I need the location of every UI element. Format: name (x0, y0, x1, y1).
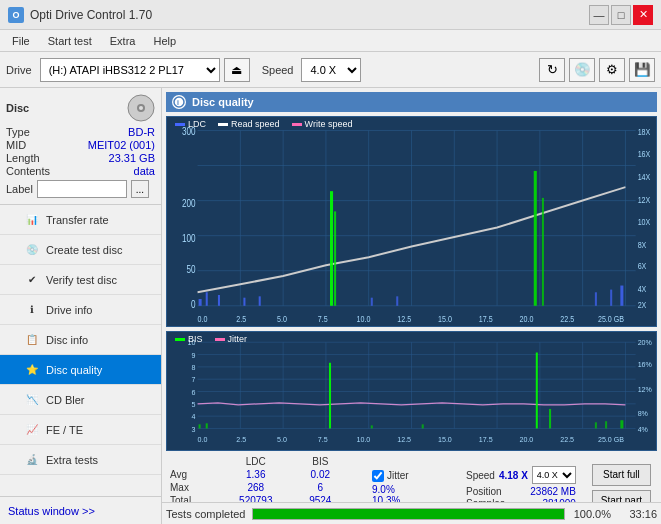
svg-text:12.5: 12.5 (397, 436, 411, 444)
svg-text:7.5: 7.5 (318, 436, 328, 444)
disc-mid-row: MID MEIT02 (001) (6, 139, 155, 151)
svg-text:2.5: 2.5 (236, 313, 246, 324)
menu-file[interactable]: File (4, 33, 38, 49)
svg-text:22.5: 22.5 (560, 436, 574, 444)
svg-rect-44 (534, 171, 537, 306)
sidebar-item-disc-info[interactable]: 📋 Disc info (0, 325, 161, 355)
minimize-button[interactable]: — (589, 5, 609, 25)
svg-rect-41 (334, 211, 336, 305)
label-browse-button[interactable]: ... (131, 180, 149, 198)
svg-text:20%: 20% (638, 339, 653, 347)
start-full-button[interactable]: Start full (592, 464, 651, 486)
sidebar-item-fe-te[interactable]: 📈 FE / TE (0, 415, 161, 445)
refresh-button[interactable]: ↻ (539, 58, 565, 82)
svg-rect-36 (206, 292, 208, 305)
type-value: BD-R (128, 126, 155, 138)
svg-rect-42 (371, 298, 373, 306)
sidebar-item-disc-quality[interactable]: ⭐ Disc quality (0, 355, 161, 385)
menu-help[interactable]: Help (145, 33, 184, 49)
speed-stat-label: Speed (466, 470, 495, 481)
sidebar-item-extra-tests[interactable]: 🔬 Extra tests (0, 445, 161, 475)
app-title: Opti Drive Control 1.70 (30, 8, 152, 22)
chart2-svg: 10 9 8 7 6 5 4 3 20% 16% 12% 8% 4% (167, 332, 656, 450)
save-button[interactable]: 💾 (629, 58, 655, 82)
disc-length-row: Length 23.31 GB (6, 152, 155, 164)
disc-section-title: Disc (6, 102, 29, 114)
svg-rect-45 (542, 198, 544, 306)
disc-quality-panel: i Disc quality LDC Read speed (162, 88, 661, 524)
max-ldc: 268 (218, 481, 293, 494)
disc-quality-icon: ⭐ (24, 362, 40, 378)
title-bar: O Opti Drive Control 1.70 — □ ✕ (0, 0, 661, 30)
length-value: 23.31 GB (109, 152, 155, 164)
verify-test-disc-label: Verify test disc (46, 274, 117, 286)
extra-tests-label: Extra tests (46, 454, 98, 466)
svg-rect-91 (199, 424, 201, 428)
svg-text:22.5: 22.5 (560, 313, 574, 324)
sidebar-item-cd-bler[interactable]: 📉 CD Bler (0, 385, 161, 415)
svg-text:15.0: 15.0 (438, 313, 452, 324)
svg-text:0.0: 0.0 (198, 313, 208, 324)
fe-te-label: FE / TE (46, 424, 83, 436)
bis-chart-container: BIS Jitter (166, 331, 657, 451)
mid-value: MEIT02 (001) (88, 139, 155, 151)
drive-label: Drive (6, 64, 32, 76)
jitter-checkbox[interactable] (372, 470, 384, 482)
svg-text:9: 9 (192, 352, 196, 360)
svg-text:4: 4 (192, 413, 196, 421)
disc-icon-button[interactable]: 💿 (569, 58, 595, 82)
label-field-label: Label (6, 183, 33, 195)
create-test-disc-label: Create test disc (46, 244, 122, 256)
svg-rect-92 (206, 423, 208, 428)
contents-value: data (134, 165, 155, 177)
label-row: Label ... (6, 180, 155, 198)
speed-select[interactable]: 4.0 X (301, 58, 361, 82)
progress-bar-wrap (252, 508, 565, 520)
close-button[interactable]: ✕ (633, 5, 653, 25)
chart1-svg: 300 200 100 50 0 18X 16X 14X 12X 10X 8X … (167, 117, 656, 326)
sidebar-item-transfer-rate[interactable]: 📊 Transfer rate (0, 205, 161, 235)
sidebar-item-create-test-disc[interactable]: 💿 Create test disc (0, 235, 161, 265)
write-speed-legend-dot (292, 123, 302, 126)
settings-button[interactable]: ⚙ (599, 58, 625, 82)
speed-dropdown[interactable]: 4.0 X (532, 466, 576, 484)
sidebar-item-drive-info[interactable]: ℹ Drive info (0, 295, 161, 325)
svg-text:25.0 GB: 25.0 GB (598, 436, 624, 444)
menu-extra[interactable]: Extra (102, 33, 144, 49)
label-input[interactable] (37, 180, 127, 198)
svg-text:5: 5 (192, 401, 196, 409)
svg-text:3: 3 (192, 426, 196, 434)
ldc-legend-item: LDC (175, 119, 206, 129)
drive-select[interactable]: (H:) ATAPI iHBS312 2 PL17 (40, 58, 220, 82)
menu-start-test[interactable]: Start test (40, 33, 100, 49)
svg-text:16X: 16X (638, 148, 651, 159)
read-speed-legend-label: Read speed (231, 119, 280, 129)
ldc-chart-container: LDC Read speed Write speed (166, 116, 657, 327)
svg-rect-46 (595, 292, 597, 305)
sidebar-nav: 📊 Transfer rate 💿 Create test disc ✔ Ver… (0, 205, 161, 496)
svg-text:10.0: 10.0 (356, 313, 370, 324)
maximize-button[interactable]: □ (611, 5, 631, 25)
svg-text:20.0: 20.0 (519, 436, 533, 444)
position-value: 23862 MB (530, 486, 576, 497)
status-text: Tests completed (166, 508, 246, 520)
jitter-checkbox-label[interactable]: Jitter (372, 470, 450, 482)
bis-legend-item: BIS (175, 334, 203, 344)
max-row: Max 268 6 (166, 481, 362, 494)
bis-legend-dot (175, 338, 185, 341)
jitter-checkbox-text: Jitter (387, 470, 409, 481)
svg-rect-47 (610, 290, 612, 306)
read-speed-legend-item: Read speed (218, 119, 280, 129)
status-window-button[interactable]: Status window >> (0, 496, 161, 524)
speed-label: Speed (262, 64, 294, 76)
eject-button[interactable]: ⏏ (224, 58, 250, 82)
max-bis: 6 (293, 481, 348, 494)
toolbar: Drive (H:) ATAPI iHBS312 2 PL17 ⏏ Speed … (0, 52, 661, 88)
svg-rect-99 (605, 421, 607, 428)
main-area: Disc Type BD-R MID MEIT02 (001) Length (0, 88, 661, 524)
svg-text:14X: 14X (638, 171, 651, 182)
disc-quality-header: i Disc quality (166, 92, 657, 112)
sidebar-item-verify-test-disc[interactable]: ✔ Verify test disc (0, 265, 161, 295)
svg-text:100: 100 (182, 232, 196, 244)
svg-rect-97 (549, 409, 551, 428)
